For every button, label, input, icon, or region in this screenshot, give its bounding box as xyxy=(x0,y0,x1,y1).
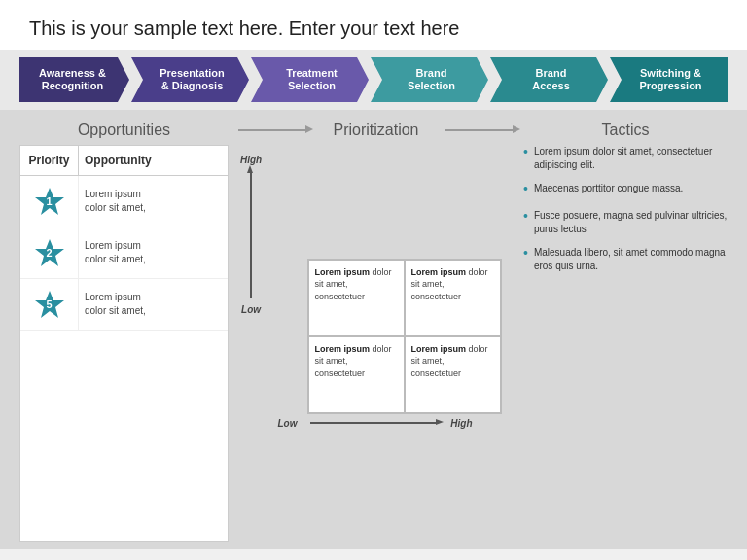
star-cell-3: 5 xyxy=(20,279,79,330)
tactic-3: Fusce posuere, magna sed pulvinar ultric… xyxy=(534,209,728,236)
opportunities-label: Opportunities xyxy=(78,122,170,138)
list-item: • Fusce posuere, magna sed pulvinar ultr… xyxy=(523,209,728,236)
tactic-4: Malesuada libero, sit amet commodo magna… xyxy=(534,246,728,273)
x-high-label: High xyxy=(450,418,472,429)
col-opportunity: Opportunity xyxy=(79,146,228,175)
matrix-cell-tr: Lorem ipsum dolor sit amet, consectetuer xyxy=(405,260,501,336)
tactic-2: Maecenas porttitor congue massa. xyxy=(534,182,683,195)
page-header: This is your sample text here. Enter you… xyxy=(0,0,747,50)
tactic-1: Lorem ipsum dolor sit amet, consectetuer… xyxy=(534,145,728,172)
step-1-label: Awareness & Recognition xyxy=(39,67,106,92)
tactics-label: Tactics xyxy=(602,122,650,138)
matrix-cell-tl: Lorem ipsum dolor sit amet, consectetuer xyxy=(308,260,405,336)
list-item: • Maecenas porttitor congue massa. xyxy=(523,182,728,199)
matrix-cell-bl: Lorem ipsum dolor sit amet, consectetuer xyxy=(308,336,405,413)
bullet-icon: • xyxy=(523,207,528,227)
row-3-text: Lorem ipsum dolor sit amet, xyxy=(79,283,228,326)
process-step-4[interactable]: Brand Selection xyxy=(371,57,488,102)
step-4-label: Brand Selection xyxy=(408,67,455,92)
process-step-5[interactable]: Brand Access xyxy=(490,57,608,102)
columns: Priority Opportunity 1 Lorem ipsum dolor… xyxy=(19,145,728,542)
y-high-label: High xyxy=(240,155,262,165)
row-2-text: Lorem ipsum dolor sit amet, xyxy=(79,231,228,274)
table-row: 2 Lorem ipsum dolor sit amet, xyxy=(20,228,228,279)
section-headers: Opportunities Prioritization Tactics xyxy=(19,118,728,145)
priority-table: Priority Opportunity 1 Lorem ipsum dolor… xyxy=(19,145,229,542)
col-priority: Priority xyxy=(20,146,79,175)
step-3-label: Treatment Selection xyxy=(286,67,338,92)
step-2-label: Presentation & Diagnosis xyxy=(160,67,225,92)
process-step-6[interactable]: Switching & Progression xyxy=(610,57,728,102)
main-area: Opportunities Prioritization Tactics xyxy=(0,110,747,549)
list-item: • Lorem ipsum dolor sit amet, consectetu… xyxy=(523,145,728,172)
table-header: Priority Opportunity xyxy=(20,146,228,176)
process-step-3[interactable]: Treatment Selection xyxy=(251,57,369,102)
table-row: 1 Lorem ipsum dolor sit amet, xyxy=(20,176,228,228)
star-cell-2: 2 xyxy=(20,228,79,278)
x-low-label: Low xyxy=(278,418,298,429)
row-1-text: Lorem ipsum dolor sit amet, xyxy=(79,180,228,223)
matrix-col: High Low Lorem ipsum dolor sit amet, con… xyxy=(238,145,514,542)
bullet-icon: • xyxy=(523,143,528,162)
rank-1: 1 xyxy=(46,195,52,207)
process-step-1[interactable]: Awareness & Recognition xyxy=(19,57,129,102)
matrix-cell-br: Lorem ipsum dolor sit amet, consectetuer xyxy=(405,336,501,413)
star-cell-1: 1 xyxy=(20,176,79,227)
y-low-label: Low xyxy=(241,304,261,315)
table-row: 5 Lorem ipsum dolor sit amet, xyxy=(20,279,228,331)
process-bar: Awareness & Recognition Presentation & D… xyxy=(0,50,747,110)
rank-2: 2 xyxy=(46,247,52,259)
process-step-2[interactable]: Presentation & Diagnosis xyxy=(131,57,249,102)
step-6-label: Switching & Progression xyxy=(639,67,701,92)
tactics-col: • Lorem ipsum dolor sit amet, consectetu… xyxy=(523,145,728,542)
header-title: This is your sample text here. Enter you… xyxy=(29,18,459,39)
rank-3: 5 xyxy=(46,298,52,310)
bullet-icon: • xyxy=(523,244,528,263)
bullet-icon: • xyxy=(523,180,528,199)
matrix-grid: Lorem ipsum dolor sit amet, consectetuer… xyxy=(307,259,502,414)
tactics-list: • Lorem ipsum dolor sit amet, consectetu… xyxy=(523,145,728,273)
list-item: • Malesuada libero, sit amet commodo mag… xyxy=(523,246,728,273)
step-5-label: Brand Access xyxy=(532,67,570,92)
prioritization-label: Prioritization xyxy=(333,122,418,138)
